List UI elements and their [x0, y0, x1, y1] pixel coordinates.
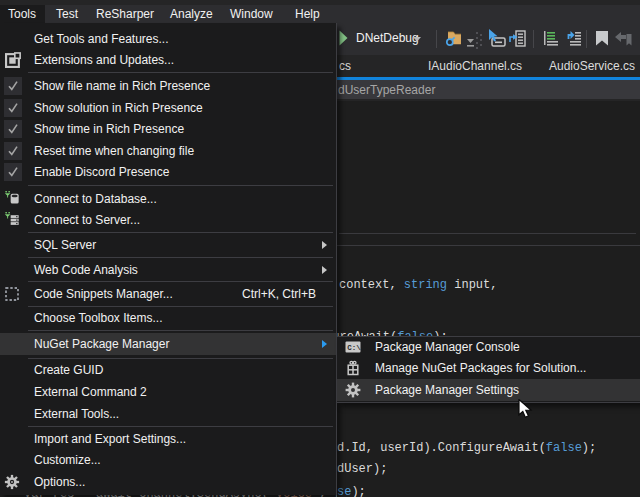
svg-text:C:\: C:\ — [347, 344, 361, 352]
